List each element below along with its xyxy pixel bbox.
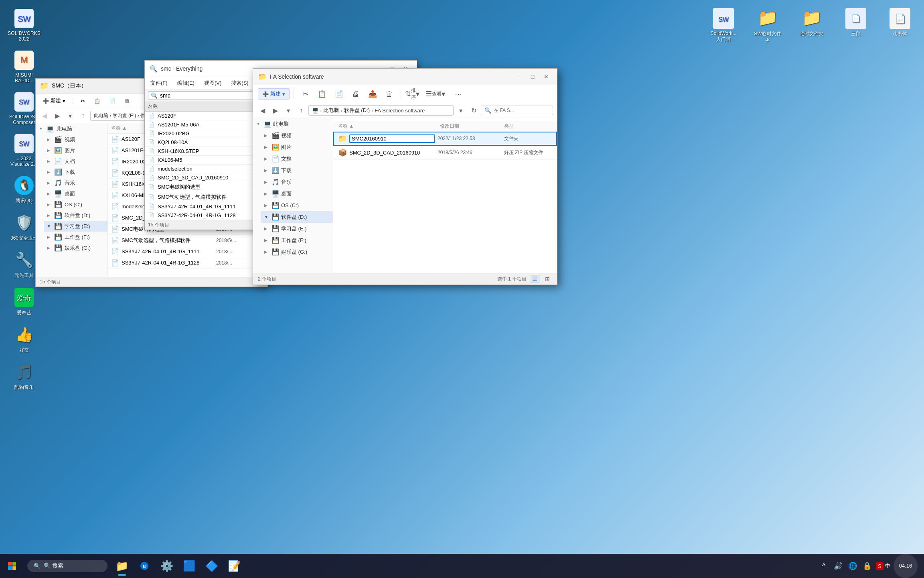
recent-button[interactable]: ▾ — [65, 110, 76, 121]
fa-breadcrumb[interactable]: 🖥️ › 此电脑 › 软件盘 (D:) › FA Selection softw… — [308, 105, 454, 116]
fa-up-button[interactable]: ↑ — [296, 105, 307, 116]
desktop-icon-notes[interactable]: 📄 读书体 — [884, 8, 916, 44]
sidebar-item-video[interactable]: ▶ 🎬 视频 — [44, 134, 107, 145]
fa-bc-current[interactable]: FA Selection software — [375, 108, 425, 114]
share-tool-button[interactable]: 📤 — [365, 88, 380, 100]
paste-button[interactable]: 📄 — [105, 96, 119, 106]
table-row[interactable]: 📁 2022/11/23 22:53 文件夹 — [333, 132, 557, 146]
fa-col-name-header[interactable]: 名称 ▲ — [338, 123, 440, 130]
fa-sidebar-os-c[interactable]: ▶💾OS (C:) — [261, 199, 333, 211]
delete-tool-button[interactable]: 🗑 — [382, 88, 397, 100]
fa-title: FA Selection software — [270, 73, 510, 80]
new-button[interactable]: ➕ 新建 ▾ — [39, 95, 69, 106]
print-tool-button[interactable]: 🖨 — [349, 88, 363, 100]
taskbar-app-dev[interactable]: ⚙️ — [156, 556, 177, 576]
svg-text:📄: 📄 — [895, 13, 906, 24]
sidebar-item-study-e[interactable]: ▼ 💾 学习盘 (E:) — [44, 221, 107, 232]
fa-sidebar-desktop[interactable]: ▶🖥️桌面 — [261, 188, 333, 199]
fa-sidebar-software-d[interactable]: ▼💾软件盘 (D:) — [261, 211, 333, 223]
desktop-icon-iqiyi[interactable]: 爱奇 爱奇艺 — [8, 287, 40, 316]
sidebar-item-pictures[interactable]: ▶ 🖼️ 图片 — [44, 145, 107, 156]
menu-edit[interactable]: 编辑(E) — [173, 78, 199, 88]
fa-forward-button[interactable]: ▶ — [270, 105, 281, 116]
fa-sidebar-study-e[interactable]: ▶💾学习盘 (E:) — [261, 223, 333, 234]
tray-volume[interactable]: 🔊 — [833, 560, 844, 572]
paste-tool-button[interactable]: 📄 — [332, 88, 346, 100]
fa-back-button[interactable]: ◀ — [257, 105, 268, 116]
copy-tool-button[interactable]: 📋 — [315, 88, 329, 100]
menu-view[interactable]: 视图(V) — [200, 78, 225, 88]
fa-sidebar-music[interactable]: ▶🎵音乐 — [261, 176, 333, 188]
fa-col-type-header[interactable]: 类型 — [504, 123, 552, 130]
fa-sidebar-entertainment-g[interactable]: ▶💾娱乐盘 (G:) — [261, 246, 333, 258]
fa-recent-button[interactable]: ▾ — [283, 105, 294, 116]
fa-sidebar-pictures[interactable]: ▶🖼️图片 — [261, 141, 333, 153]
fa-list-view-button[interactable]: ☰ — [530, 275, 539, 283]
fa-maximize-button[interactable]: □ — [527, 72, 539, 81]
taskbar-clock[interactable]: 04:16 — [894, 554, 918, 578]
sidebar-item-os-c[interactable]: ▶ 💾 OS (C:) — [44, 199, 107, 210]
fa-sidebar-video[interactable]: ▶🎬视频 — [261, 130, 333, 141]
fa-sidebar-work-f[interactable]: ▶💾工作盘 (F:) — [261, 234, 333, 246]
fa-grid-view-button[interactable]: ⊞ — [543, 275, 552, 283]
sidebar-item-downloads[interactable]: ▶ ⬇️ 下载 — [44, 167, 107, 177]
view-tool-button[interactable]: ☰ 查看 ▾ — [422, 88, 449, 100]
taskbar-app-file-explorer[interactable]: 📁 — [111, 556, 132, 576]
more-tool-button[interactable]: ⋯ — [451, 88, 466, 100]
fa-minimize-button[interactable]: ─ — [513, 72, 525, 81]
sort-tool-button[interactable]: ⇅ 排序 ▾ — [405, 88, 419, 100]
delete-button[interactable]: 🗑 — [121, 96, 133, 106]
taskbar-search[interactable]: 🔍 🔍 搜索 — [27, 560, 107, 572]
taskbar-lang[interactable]: S 中 — [876, 562, 890, 570]
fa-sidebar-downloads[interactable]: ▶⬇️下载 — [261, 165, 333, 176]
toolbar-separator — [294, 88, 294, 100]
sidebar-item-documents[interactable]: ▶ 📄 文档 — [44, 156, 107, 167]
desktop-icon-music[interactable]: 🎵 酷狗音乐 — [8, 362, 40, 391]
sidebar-item-computer[interactable]: ▼ 💻 此电脑 — [36, 123, 107, 134]
sidebar-item-entertainment-g[interactable]: ▶ 💾 娱乐盘 (G:) — [44, 242, 107, 253]
fa-sidebar-documents[interactable]: ▶📄文档 — [261, 153, 333, 165]
desktop-icon-good[interactable]: 👍 好友 — [8, 324, 40, 354]
copy-button[interactable]: 📋 — [90, 96, 104, 106]
taskbar-app-solidworks[interactable]: 🔷 — [201, 556, 222, 576]
tray-network[interactable]: 🌐 — [847, 560, 858, 572]
fa-bc-computer[interactable]: 此电脑 — [323, 107, 339, 114]
taskbar-app-edge[interactable]: e — [134, 556, 155, 576]
tray-security[interactable]: 🔒 — [861, 560, 873, 572]
fa-close-button[interactable]: ✕ — [540, 72, 552, 81]
sidebar-item-software-d[interactable]: ▶ 💾 软件盘 (D:) — [44, 210, 107, 221]
table-row[interactable]: 📄SS3YJ7-42R-04-01_4R-1G_11112018/... — [108, 246, 267, 257]
cut-button[interactable]: ✂ — [77, 96, 89, 106]
desktop-icon-sw-temp1[interactable]: 📁 SW临时文件 夹 — [752, 8, 784, 44]
cut-tool-button[interactable]: ✂ — [298, 88, 312, 100]
fa-bc-software[interactable]: 软件盘 (D:) — [344, 107, 370, 114]
desktop-icon-solidworks-intro[interactable]: SW SolidWork... 入门篇 — [707, 8, 740, 44]
fa-new-button[interactable]: ➕ 新建 ▾ — [258, 88, 290, 100]
fa-dropdown-nav-button[interactable]: ▾ — [455, 105, 466, 116]
svg-text:e: e — [143, 563, 146, 569]
up-button[interactable]: ↑ — [77, 110, 89, 121]
desktop-icon-sw-temp2[interactable]: 📁 临时文件夹 — [796, 8, 828, 44]
taskbar-app-notepad[interactable]: 📝 — [224, 556, 245, 576]
everything-search-icon: 🔍 — [150, 65, 158, 73]
tray-chevron[interactable]: ^ — [818, 560, 829, 572]
fa-refresh-button[interactable]: ↻ — [468, 105, 479, 116]
fa-col-date-header[interactable]: 修改日期 — [440, 123, 504, 130]
taskbar-app-misc[interactable]: 🟦 — [179, 556, 200, 576]
fa-sidebar-computer[interactable]: ▼ 💻 此电脑 — [253, 118, 333, 130]
menu-search[interactable]: 搜索(S) — [227, 78, 252, 88]
rename-input[interactable] — [349, 134, 435, 143]
sidebar-item-music[interactable]: ▶ 🎵 音乐 — [44, 177, 107, 188]
sidebar-item-desktop[interactable]: ▶ 🖥️ 桌面 — [44, 188, 107, 199]
desktop-icon-sw-temp3[interactable]: 📄 三鼠 — [840, 8, 872, 44]
desktop-icon-solidworks2022[interactable]: SW 2022 SOLIDWORKS 2022 — [8, 8, 40, 42]
sidebar-item-work-f[interactable]: ▶ 💾 工作盘 (F:) — [44, 232, 107, 242]
table-row[interactable]: 📄SS3YJ7-42R-04-01_4R-1G_11282018/... — [108, 257, 267, 269]
table-row[interactable]: 📄SMC气动选型，气路模拟软件2018/5/... — [108, 235, 267, 246]
start-button[interactable] — [0, 554, 24, 578]
table-row[interactable]: 📦 SMC_2D_3D_CAD_20160910 2018/5/26 23:46… — [333, 146, 557, 160]
forward-button[interactable]: ▶ — [52, 110, 63, 121]
back-button[interactable]: ◀ — [39, 110, 50, 121]
menu-file[interactable]: 文件(F) — [146, 78, 172, 88]
fa-search-input[interactable] — [494, 108, 549, 113]
